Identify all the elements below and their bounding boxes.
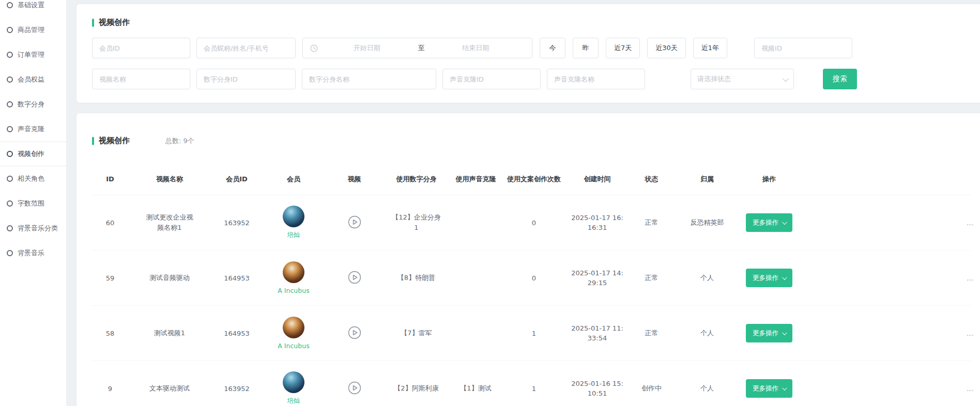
cell-status: 创作中	[630, 384, 673, 393]
cell-member: 培灿	[263, 371, 325, 405]
cell-id: 9	[92, 385, 128, 393]
col-header-ownership: 归属	[673, 175, 741, 184]
member-name-link[interactable]: 培灿	[287, 397, 300, 405]
member-id-input[interactable]	[92, 38, 190, 58]
digital-avatar-name-input[interactable]	[302, 69, 436, 89]
avatar	[283, 261, 304, 283]
cell-member: 培灿	[263, 206, 325, 240]
play-video-button[interactable]	[348, 271, 361, 284]
sidebar-item-label: 会员权益	[18, 75, 44, 84]
cell-digital-avatar: 【8】特朗普	[384, 273, 449, 283]
circle-icon	[7, 76, 13, 83]
circle-icon	[7, 176, 13, 182]
date-end-placeholder: 结束日期	[427, 43, 525, 53]
sidebar-item-order-management[interactable]: 订单管理	[0, 42, 66, 67]
play-video-button[interactable]	[348, 381, 361, 395]
sidebar-item-label: 声音克隆	[18, 124, 44, 134]
more-actions-button[interactable]: 更多操作	[746, 379, 792, 398]
title-accent-bar	[92, 137, 94, 145]
avatar	[283, 317, 304, 338]
circle-icon	[7, 225, 13, 231]
quick-today-button[interactable]: 今	[540, 38, 565, 58]
overflow-indicator: …	[967, 385, 974, 393]
member-name-link[interactable]: A Incubus	[278, 287, 309, 294]
status-select[interactable]: 请选择状态	[691, 69, 794, 89]
page-title: 视频创作	[99, 18, 130, 27]
main-content: 视频创作 开始日期 至 结束日期 今 昨 近7天 近30天 近1年	[76, 0, 980, 406]
play-video-button[interactable]	[348, 326, 361, 339]
cell-video	[325, 326, 384, 341]
play-icon	[348, 381, 361, 395]
quick-last7days-button[interactable]: 近7天	[606, 38, 640, 58]
voice-clone-id-input[interactable]	[442, 69, 541, 89]
search-button[interactable]: 搜索	[823, 69, 857, 89]
table-panel: 视频创作 总数: 9个 ID 视频名称 会员ID 会员 视频 使用数字分身 使用…	[76, 113, 980, 406]
sidebar-item-word-count-range[interactable]: 字数范围	[0, 191, 66, 216]
cell-video-name: 测试视频1	[128, 328, 211, 338]
cell-member: A Incubus	[263, 317, 325, 350]
cell-id: 58	[92, 330, 128, 337]
cell-digital-avatar: 【12】企业分身1	[384, 212, 449, 233]
date-range-picker[interactable]: 开始日期 至 结束日期	[302, 38, 532, 58]
sidebar-item-label: 字数范围	[18, 199, 44, 208]
circle-icon	[7, 200, 13, 207]
sidebar-item-voice-clone[interactable]: 声音克隆	[0, 117, 66, 142]
overflow-indicator: …	[967, 219, 974, 227]
cell-actions: 更多操作	[741, 379, 798, 398]
digital-avatar-id-input[interactable]	[196, 69, 296, 89]
sidebar-item-bgm-category[interactable]: 背景音乐分类	[0, 216, 66, 241]
cell-copywriting-count: 1	[503, 330, 565, 337]
quick-yesterday-button[interactable]: 昨	[573, 38, 599, 58]
filter-row-2: 请选择状态 搜索	[92, 69, 971, 89]
more-actions-button[interactable]: 更多操作	[746, 213, 792, 232]
chevron-down-icon	[783, 75, 789, 82]
cell-digital-avatar: 【7】雷军	[384, 328, 449, 338]
col-header-voice-clone: 使用声音克隆	[449, 175, 503, 184]
voice-clone-name-input[interactable]	[547, 69, 645, 89]
play-video-button[interactable]	[348, 215, 361, 229]
sidebar-item-label: 数字分身	[18, 100, 44, 109]
col-header-actions: 操作	[741, 175, 798, 184]
video-name-input[interactable]	[92, 69, 190, 89]
circle-icon	[7, 52, 13, 58]
member-name-input[interactable]	[196, 38, 296, 58]
more-actions-button[interactable]: 更多操作	[746, 324, 792, 342]
quick-last1year-button[interactable]: 近1年	[693, 38, 727, 58]
avatar	[283, 371, 304, 393]
date-separator: 至	[416, 43, 427, 53]
sidebar-item-label: 视频创作	[18, 149, 44, 159]
cell-actions: 更多操作	[741, 213, 798, 232]
cell-member-id: 164953	[211, 330, 263, 337]
chevron-down-icon	[782, 330, 787, 335]
cell-copywriting-count: 1	[503, 385, 565, 393]
member-name-link[interactable]: A Incubus	[278, 342, 309, 350]
sidebar-item-product-management[interactable]: 商品管理	[0, 18, 66, 42]
table-row: 9 文本驱动测试 163952 培灿 【2】阿斯利康 【1】测试 1	[92, 361, 971, 406]
cell-member-id: 163952	[211, 385, 263, 393]
col-header-video-name: 视频名称	[128, 175, 211, 184]
filter-panel-title: 视频创作	[92, 18, 971, 27]
member-name-link[interactable]: 培灿	[287, 231, 300, 240]
sidebar-item-video-creation[interactable]: 视频创作	[0, 142, 66, 166]
cell-ownership: 个人	[673, 384, 741, 393]
sidebar-item-member-benefits[interactable]: 会员权益	[0, 67, 66, 92]
more-actions-button[interactable]: 更多操作	[746, 269, 792, 287]
chevron-down-icon	[782, 220, 787, 225]
sidebar-item-bgm[interactable]: 背景音乐	[0, 241, 66, 266]
sidebar-item-digital-avatar[interactable]: 数字分身	[0, 92, 66, 117]
cell-voice-clone: 【1】测试	[449, 384, 503, 393]
cell-ownership: 个人	[673, 329, 741, 338]
play-icon	[348, 326, 361, 339]
filter-panel: 视频创作 开始日期 至 结束日期 今 昨 近7天 近30天 近1年	[76, 4, 980, 103]
cell-id: 59	[92, 274, 128, 282]
sidebar-item-basic-settings[interactable]: 基础设置	[0, 0, 66, 18]
quick-last30days-button[interactable]: 近30天	[647, 38, 686, 58]
video-id-input[interactable]	[754, 38, 852, 58]
sidebar-item-related-roles[interactable]: 相关角色	[0, 166, 66, 191]
clock-icon	[310, 44, 318, 52]
sidebar-item-label: 订单管理	[18, 50, 44, 59]
cell-status: 正常	[630, 329, 673, 338]
cell-video	[325, 271, 384, 286]
col-header-created-at: 创建时间	[565, 175, 630, 184]
col-header-video: 视频	[325, 175, 384, 184]
